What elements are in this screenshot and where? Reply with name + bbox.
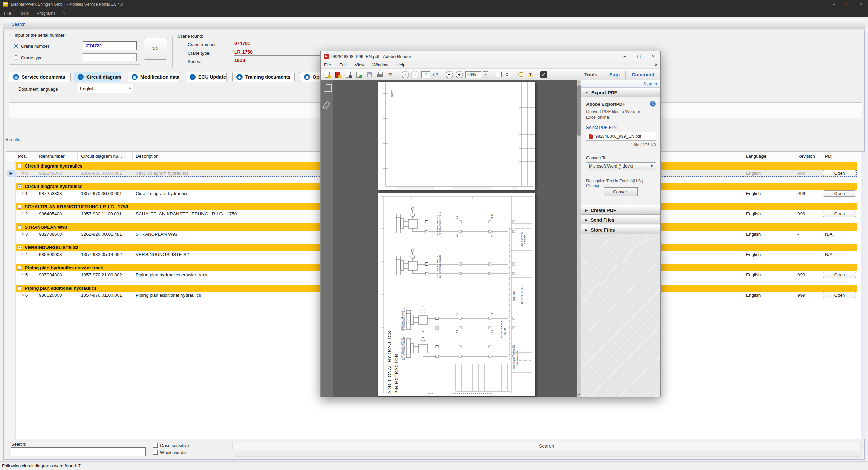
collapse-minus-icon[interactable]: − <box>18 205 21 209</box>
row-selector[interactable] <box>7 251 15 258</box>
col-identnumber[interactable]: Identnumber <box>39 154 65 159</box>
crane-number-label: Crane number: <box>21 44 51 49</box>
adobe-menu-help[interactable]: Help <box>397 62 406 67</box>
row-selector[interactable] <box>7 271 15 278</box>
search-button[interactable]: Search <box>232 442 861 450</box>
zoom-level-input[interactable]: 50% <box>465 71 481 78</box>
tab-circuit-diagrams[interactable]: ◑Circuit diagrams <box>74 72 121 82</box>
convert-to-select[interactable]: Microsoft Word (*.docx) ▼ <box>586 162 656 170</box>
highlight-text-icon[interactable]: T <box>528 72 533 77</box>
menu-file[interactable]: File <box>4 11 11 16</box>
zoom-out-icon[interactable]: − <box>446 71 453 78</box>
close-icon[interactable]: ✕ <box>854 0 868 9</box>
document-area[interactable]: SHEET <box>333 80 577 397</box>
training-documents-icon: ◆ <box>236 74 243 80</box>
upload-document-icon[interactable] <box>355 71 363 79</box>
row-selector[interactable]: ▶ <box>7 170 15 177</box>
collapse-minus-icon[interactable]: − <box>18 286 21 290</box>
case-sensitive-checkbox[interactable] <box>153 443 158 448</box>
document-scrollbar[interactable]: ▲ ▼ <box>577 80 581 397</box>
tab-service-documents[interactable]: ▤Service documents <box>9 72 71 82</box>
sign-button[interactable]: Sign <box>609 72 620 77</box>
open-pdf-button[interactable]: Open <box>823 170 856 176</box>
whole-words-checkbox[interactable] <box>153 450 158 455</box>
menu-tools[interactable]: Tools <box>19 11 29 16</box>
create-pdf-section[interactable]: ▶ Create PDF <box>581 205 660 215</box>
collapse-minus-icon[interactable]: − <box>18 184 21 188</box>
open-pdf-button[interactable]: Open <box>823 292 856 298</box>
col-pos[interactable]: Pos. <box>18 154 27 159</box>
comment-button[interactable]: Comment <box>632 72 654 77</box>
crane-number-input[interactable]: Z74781 <box>83 41 137 50</box>
document-close-icon[interactable]: ✕ <box>655 63 658 67</box>
col-circuit-number[interactable]: Circuit diagram nu... <box>81 154 122 159</box>
adobe-menu-window[interactable]: Window <box>372 62 388 67</box>
adobe-maximize-icon[interactable]: ▢ <box>632 51 646 61</box>
col-revision[interactable]: Revision <box>797 154 815 159</box>
sign-in-link[interactable]: Sign In <box>643 81 657 86</box>
comment-bubble-icon[interactable] <box>517 71 525 79</box>
tools-button[interactable]: Tools <box>584 72 597 77</box>
col-description[interactable]: Description <box>136 154 159 159</box>
table-scrollbar[interactable] <box>861 152 865 439</box>
collapse-minus-icon[interactable]: − <box>18 266 21 270</box>
adobe-close-icon[interactable]: ✕ <box>646 51 660 61</box>
convert-button[interactable]: Convert <box>604 187 638 196</box>
row-selector[interactable] <box>7 210 15 217</box>
row-selector[interactable] <box>7 231 15 238</box>
menu-help[interactable]: ? <box>63 11 65 16</box>
search-crane-button[interactable]: >> <box>144 38 167 60</box>
save-icon[interactable] <box>365 71 373 79</box>
fullscreen-icon[interactable] <box>540 71 547 78</box>
scroll-up-icon[interactable]: ▲ <box>577 80 581 84</box>
row-selector[interactable] <box>7 190 15 197</box>
selected-pdf-file[interactable]: 982848308_999_EN.pdf <box>586 132 656 141</box>
bottom-search-input[interactable] <box>11 447 146 456</box>
page-number-input[interactable]: 2 <box>421 71 430 78</box>
adobe-titlebar[interactable]: 982848308_999_EN.pdf - Adobe Reader – ▢ … <box>321 51 660 61</box>
collapse-minus-icon[interactable]: − <box>18 164 21 168</box>
tab-training-documents[interactable]: ◆Training documents <box>232 72 295 82</box>
collapse-minus-icon[interactable]: − <box>18 225 21 229</box>
open-pdf-button[interactable]: Open <box>823 211 856 217</box>
adobe-menu-file[interactable]: File <box>324 62 331 67</box>
row-description: STRANGPLAN W93 <box>136 231 177 238</box>
open-file-icon[interactable] <box>323 71 331 79</box>
print-icon[interactable] <box>376 71 384 79</box>
send-files-section[interactable]: ▶ Send Files <box>581 215 660 224</box>
menu-programs[interactable]: Programs <box>36 11 55 16</box>
create-pdf-icon[interactable] <box>334 71 342 79</box>
tab-ecu-update[interactable]: ↓ECU Update <box>186 72 227 82</box>
col-language[interactable]: Language <box>746 154 766 159</box>
crane-type-radio[interactable] <box>14 55 18 60</box>
zoom-dropdown-icon[interactable]: ▼ <box>483 71 488 78</box>
zoom-in-icon[interactable]: + <box>456 71 463 78</box>
document-language-select[interactable]: English˅ <box>78 84 133 93</box>
page-thumbnails-icon[interactable] <box>324 86 328 92</box>
crane-type-select[interactable]: -˅ <box>83 53 137 61</box>
crane-number-radio[interactable] <box>14 44 18 48</box>
open-pdf-button[interactable]: Open <box>823 190 856 197</box>
export-pdf-header[interactable]: ▼ Export PDF <box>581 88 660 97</box>
attachments-icon[interactable] <box>322 101 330 110</box>
minimize-icon[interactable]: – <box>827 0 841 9</box>
scrollbar-thumb[interactable] <box>577 85 581 136</box>
window-title: Liebherr-Werk Ehingen GmbH - Mobiles Ser… <box>11 2 123 7</box>
adobe-menu-edit[interactable]: Edit <box>339 62 347 67</box>
sign-document-icon[interactable] <box>344 71 352 79</box>
fit-page-icon[interactable]: ⊡ <box>504 72 510 77</box>
collapse-minus-icon[interactable]: − <box>18 246 21 249</box>
col-pdf[interactable]: PDF <box>825 154 834 159</box>
tab-modification-data[interactable]: ▥Modification data <box>128 72 180 82</box>
email-icon[interactable]: ✉ <box>386 71 394 79</box>
adobe-menu-view[interactable]: View <box>355 62 364 67</box>
store-files-section[interactable]: ▶ Store Files <box>581 225 660 234</box>
previous-page-icon[interactable]: ↑ <box>402 71 409 78</box>
open-pdf-button[interactable]: Open <box>823 272 856 278</box>
next-page-icon[interactable]: ↓ <box>411 71 419 78</box>
fit-width-icon[interactable]: ↔ <box>496 72 502 77</box>
maximize-icon[interactable]: ▢ <box>841 0 854 9</box>
row-selector[interactable] <box>7 292 15 299</box>
scroll-down-icon[interactable]: ▼ <box>577 393 581 397</box>
adobe-minimize-icon[interactable]: – <box>618 51 632 61</box>
